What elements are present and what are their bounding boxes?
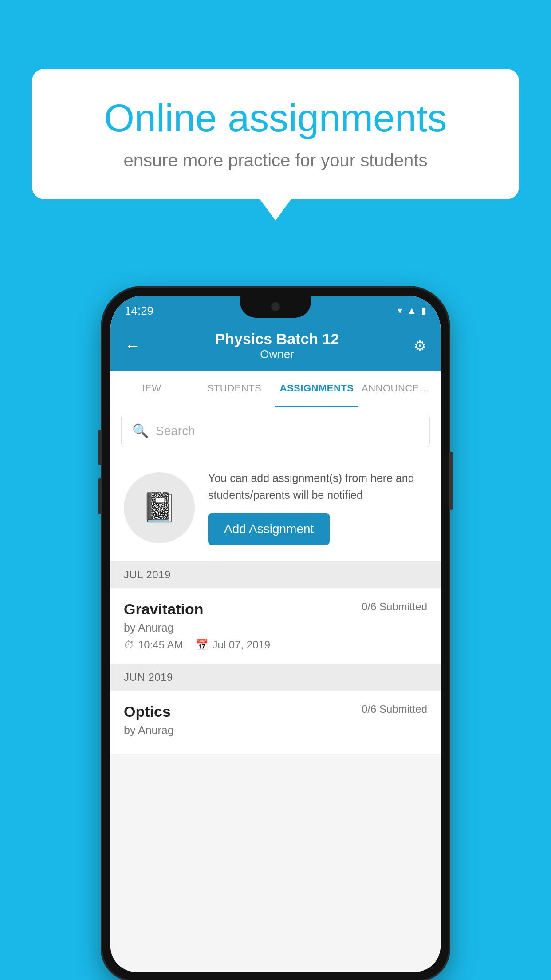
tab-iew[interactable]: IEW — [110, 371, 193, 407]
assignment-meta-gravitation: ⏱ 10:45 AM 📅 Jul 07, 2019 — [124, 639, 427, 651]
promo-icon-circle: 📓 — [124, 472, 195, 543]
section-header-jun: JUN 2019 — [110, 664, 441, 691]
tab-students[interactable]: STUDENTS — [193, 371, 276, 407]
camera — [271, 302, 280, 311]
add-assignment-button[interactable]: Add Assignment — [208, 513, 330, 545]
search-bar[interactable]: 🔍 Search — [121, 415, 430, 447]
signal-icon: ▲ — [407, 305, 417, 316]
settings-button[interactable]: ⚙ — [413, 337, 426, 354]
assignment-item-gravitation[interactable]: Gravitation 0/6 Submitted by Anurag ⏱ 10… — [110, 588, 441, 664]
assignment-submitted-optics: 0/6 Submitted — [362, 703, 427, 715]
back-button[interactable]: ← — [125, 336, 141, 355]
assignment-icon: 📓 — [142, 491, 177, 524]
assignment-by-gravitation: by Anurag — [124, 621, 427, 634]
notch — [240, 296, 311, 318]
header-title-block: Physics Batch 12 Owner — [141, 330, 413, 361]
assignment-title-optics: Optics — [124, 703, 171, 720]
promo-box: 📓 You can add assignment(s) from here an… — [110, 454, 441, 561]
search-icon: 🔍 — [132, 423, 149, 439]
section-header-jul: JUL 2019 — [110, 561, 441, 588]
assignment-top: Gravitation 0/6 Submitted — [124, 601, 427, 618]
app-header: ← Physics Batch 12 Owner ⚙ — [110, 322, 441, 371]
promo-content: You can add assignment(s) from here and … — [208, 470, 427, 545]
tab-announcements[interactable]: ANNOUNCEM… — [358, 371, 441, 407]
assignment-date-value: Jul 07, 2019 — [212, 639, 270, 651]
wifi-icon: ▾ — [398, 305, 402, 316]
batch-subtitle: Owner — [141, 348, 413, 361]
speech-bubble-title: Online assignments — [63, 95, 488, 141]
tab-assignments[interactable]: ASSIGNMENTS — [276, 371, 358, 407]
clock-icon: ⏱ — [124, 639, 134, 651]
volume-button-down — [98, 478, 102, 514]
battery-icon: ▮ — [421, 305, 426, 316]
volume-button-up — [98, 430, 102, 465]
assignment-time-value: 10:45 AM — [138, 639, 183, 651]
assignment-time-gravitation: ⏱ 10:45 AM — [124, 639, 183, 651]
batch-title: Physics Batch 12 — [141, 330, 413, 348]
search-placeholder: Search — [156, 424, 195, 438]
speech-bubble-container: Online assignments ensure more practice … — [32, 69, 519, 199]
phone-frame: 14:29 ▾ ▲ ▮ ← Physics Batch 12 Owner ⚙ I… — [102, 288, 449, 980]
speech-bubble: Online assignments ensure more practice … — [32, 69, 519, 199]
assignment-top-optics: Optics 0/6 Submitted — [124, 703, 427, 720]
promo-description: You can add assignment(s) from here and … — [208, 470, 427, 503]
speech-bubble-subtitle: ensure more practice for your students — [63, 150, 488, 170]
power-button — [449, 452, 453, 510]
content-area: 🔍 Search 📓 You can add assignment(s) fro… — [110, 407, 441, 972]
tabs-bar: IEW STUDENTS ASSIGNMENTS ANNOUNCEM… — [110, 371, 441, 407]
assignment-by-optics: by Anurag — [124, 724, 427, 737]
status-time: 14:29 — [125, 304, 153, 318]
status-icons: ▾ ▲ ▮ — [398, 305, 426, 316]
assignment-date-gravitation: 📅 Jul 07, 2019 — [195, 639, 270, 651]
assignment-title-gravitation: Gravitation — [124, 601, 203, 618]
assignment-submitted-gravitation: 0/6 Submitted — [362, 601, 427, 613]
phone-screen: 14:29 ▾ ▲ ▮ ← Physics Batch 12 Owner ⚙ I… — [110, 296, 441, 972]
search-container: 🔍 Search — [110, 407, 441, 454]
assignment-item-optics[interactable]: Optics 0/6 Submitted by Anurag — [110, 691, 441, 754]
calendar-icon: 📅 — [195, 639, 209, 651]
